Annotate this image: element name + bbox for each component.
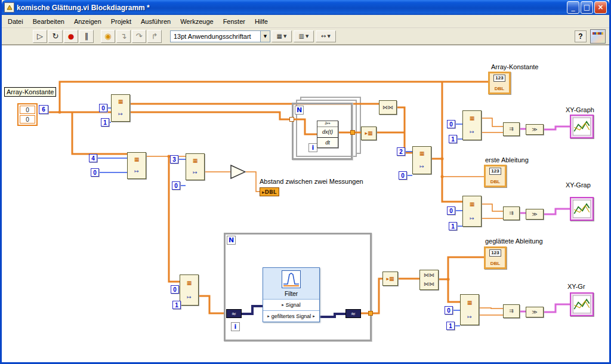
convert-node[interactable]: ≫	[526, 124, 544, 135]
numeric-constant[interactable]: 1	[449, 222, 457, 230]
array-icon: ▦	[470, 202, 475, 207]
build-array-node[interactable]: ▸▦	[361, 127, 377, 140]
loop-tunnel[interactable]	[289, 117, 294, 122]
pause-button[interactable]: ‖	[79, 30, 94, 43]
font-ring[interactable]: 13pt Anwendungsschriftart ▼	[170, 30, 270, 42]
loop-count-terminal[interactable]: N	[295, 106, 304, 115]
local-variable-dbl[interactable]: ▸DBL	[260, 187, 279, 196]
numeric-constant[interactable]: 1	[449, 135, 457, 143]
step-over-button[interactable]: ↷	[132, 30, 146, 43]
menu-item-anzeigen[interactable]: Anzeigen	[69, 16, 106, 27]
run-continuous-button[interactable]: ↻	[48, 30, 63, 43]
index-array-node[interactable]: ▦ ↦	[462, 110, 482, 140]
numeric-constant[interactable]: 4	[89, 154, 97, 162]
index-array-node[interactable]: ▦ ↦	[412, 146, 431, 174]
numeric-constant[interactable]: 0	[399, 171, 407, 180]
free-label-array-constant[interactable]: Array-Konstante	[4, 87, 56, 97]
vi-document-icon	[4, 2, 14, 13]
minimize-button[interactable]: _	[567, 1, 579, 14]
run-button[interactable]: ▷	[33, 30, 47, 43]
bundle-node[interactable]: ⇉	[503, 304, 520, 318]
build-array-node[interactable]: ▸▦	[382, 272, 398, 286]
express-vi-output-row[interactable]: ▸ gefiltertes Signal ▸	[263, 310, 319, 322]
numeric-constant[interactable]: 1	[101, 118, 109, 127]
indicator-label[interactable]: erste Ableitung	[485, 156, 529, 164]
numeric-constant[interactable]: 0	[172, 181, 180, 190]
loop-iteration-terminal[interactable]: i	[231, 322, 240, 331]
block-diagram-canvas[interactable]: Array-Konstante 0 0 6 ▦ ↦ 0 1 ▦ ↦ 4 0 ▦ …	[2, 45, 609, 362]
loop-count-terminal[interactable]: N	[227, 236, 236, 245]
graph-label[interactable]: XY-Gr	[567, 283, 585, 290]
xy-graph-terminal[interactable]	[570, 197, 594, 221]
bundle-node[interactable]: ⇉	[503, 122, 520, 136]
numeric-constant[interactable]: 0	[91, 168, 99, 177]
numeric-constant[interactable]: 6	[39, 105, 48, 114]
array-element[interactable]: 0	[20, 106, 35, 114]
menu-item-projekt[interactable]: Projekt	[106, 16, 136, 27]
menu-item-ausfuehren[interactable]: Ausführen	[136, 16, 175, 27]
help-button[interactable]: ?	[575, 30, 587, 42]
index-icon: ↦	[187, 295, 192, 300]
abort-button[interactable]: ●	[64, 30, 78, 43]
font-ring-dropdown-icon[interactable]: ▼	[260, 31, 270, 42]
array-constant[interactable]: 0 0	[17, 103, 38, 126]
dbl-array-indicator[interactable]: 123 DBL	[484, 165, 507, 187]
index-array-node[interactable]: ▦ ↦	[460, 294, 479, 325]
menu-item-fenster[interactable]: Fenster	[218, 16, 250, 27]
dbl-array-indicator[interactable]: 123 DBL	[488, 72, 511, 94]
convert-node[interactable]: ≫	[526, 209, 544, 220]
graph-label[interactable]: XY-Grap	[566, 181, 591, 189]
menu-item-werkzeuge[interactable]: Werkzeuge	[175, 16, 218, 27]
indicator-label[interactable]: Array-Konstante	[491, 63, 538, 70]
xy-graph-terminal[interactable]	[570, 292, 594, 316]
filter-express-vi[interactable]: Filter ▸ Signal ▸ gefiltertes Signal ▸	[263, 267, 320, 322]
convert-node[interactable]: ≫	[526, 307, 544, 317]
highlight-execution-button[interactable]: ◉	[101, 30, 115, 43]
step-into-button[interactable]: ↴	[116, 30, 131, 43]
local-variable-label[interactable]: Abstand zwischen zwei Messungen	[260, 178, 363, 185]
loop-tunnel[interactable]	[368, 311, 373, 316]
index-array-node[interactable]: ▦ ↦	[111, 94, 130, 122]
index-array-node[interactable]: ▦ ↦	[127, 152, 146, 179]
loop-tunnel[interactable]	[350, 130, 355, 135]
vi-run-state-icon[interactable]	[590, 29, 606, 44]
numeric-constant[interactable]: 0	[171, 285, 179, 294]
graph-label[interactable]: XY-Graph	[566, 106, 594, 113]
loop-iteration-terminal[interactable]: i	[308, 143, 317, 152]
index-icon: ↦	[118, 112, 123, 117]
index-array-node[interactable]: ▦ ↦	[180, 274, 199, 306]
numeric-constant[interactable]: 0	[447, 120, 455, 128]
numeric-constant[interactable]: 2	[397, 147, 405, 156]
numeric-constant[interactable]: 3	[170, 155, 178, 164]
menu-item-bearbeiten[interactable]: Bearbeiten	[28, 16, 69, 27]
numeric-constant[interactable]: 0	[447, 206, 455, 215]
menu-item-datei[interactable]: Datei	[3, 16, 28, 27]
numeric-constant[interactable]: 1	[446, 322, 455, 330]
index-array-node[interactable]: ▦ ↦	[186, 153, 205, 180]
distribute-objects-dropdown[interactable]: ▥ ▼	[294, 30, 314, 42]
xy-graph-terminal[interactable]	[570, 115, 594, 138]
indicator-label[interactable]: geglättete Ableitung	[485, 237, 543, 245]
bundle-node[interactable]: ⇉	[503, 206, 520, 220]
interleave-arrays-node[interactable]: ⋈⋈	[379, 100, 397, 115]
numeric-constant[interactable]: 1	[172, 301, 181, 309]
arithmetic-node[interactable]	[230, 165, 246, 179]
step-out-button[interactable]: ↱	[147, 30, 162, 43]
dynamic-data-output-terminal[interactable]: ≈	[345, 309, 361, 318]
array-element[interactable]: 0	[20, 115, 35, 124]
numeric-constant[interactable]: 0	[445, 306, 453, 314]
menu-item-hilfe[interactable]: Hilfe	[250, 16, 273, 27]
titlebar[interactable]: komische Glättung.vi Blockdiagramm * _ □…	[2, 0, 609, 15]
dbl-array-indicator[interactable]: 123 DBL	[484, 246, 507, 269]
maximize-button[interactable]: □	[581, 1, 593, 14]
align-objects-dropdown[interactable]: ▦ ▼	[271, 30, 292, 42]
numeric-constant[interactable]: 0	[99, 104, 107, 112]
index-array-node[interactable]: ▦ ↦	[462, 196, 482, 227]
resize-objects-dropdown[interactable]: ↔ ▼	[316, 30, 336, 42]
express-vi-input-row[interactable]: ▸ Signal	[263, 299, 319, 310]
dynamic-data-input-terminal[interactable]: ≈	[226, 309, 242, 318]
interleave-arrays-node[interactable]: ⋈⋈ ⋈⋈	[419, 270, 439, 290]
array-icon: ▦	[470, 116, 475, 121]
close-button[interactable]: ×	[594, 1, 607, 14]
derivative-formula-node[interactable]: ∂↔ dx(t) dt	[317, 121, 338, 148]
